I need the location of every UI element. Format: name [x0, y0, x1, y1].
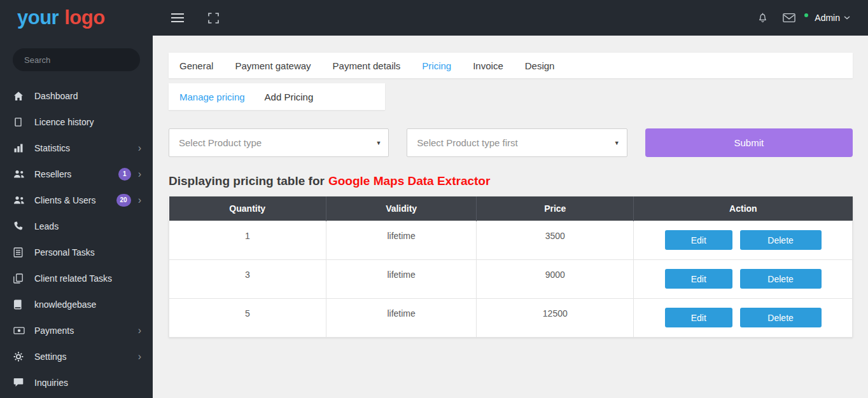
product-type-select[interactable]: Select Product type ▼ — [169, 128, 389, 157]
sidebar-item-settings[interactable]: Settings › — [0, 343, 153, 369]
action-cell: Edit Delete — [634, 298, 853, 337]
sidebar-item-licence-history[interactable]: Licence history — [0, 109, 153, 135]
chevron-right-icon: › — [138, 169, 141, 179]
bar-chart-icon — [13, 143, 26, 153]
table-header-row: Quantity Validity Price Action — [169, 196, 853, 221]
sidebar-item-label: Settings — [34, 352, 138, 362]
bell-icon[interactable] — [757, 12, 769, 24]
copy-icon — [13, 273, 26, 284]
users-icon — [13, 196, 26, 205]
product-name: Google Maps Data Extractor — [328, 174, 490, 188]
sidebar-item-label: Clients & Users — [34, 195, 116, 205]
topbar: Admin — [153, 0, 868, 36]
price-cell: 3500 — [477, 221, 634, 259]
table-row: 5 lifetime 12500 Edit Delete — [169, 298, 853, 337]
sidebar-item-label: Personal Tasks — [34, 247, 141, 257]
sidebar: your logo Dashboard Licence history — [0, 0, 153, 398]
heading-prefix: Displaying pricing table for — [169, 174, 325, 188]
column-header-quantity: Quantity — [169, 196, 326, 221]
price-cell: 9000 — [477, 259, 634, 298]
sidebar-menu: Dashboard Licence history Statistics › — [0, 83, 153, 398]
brand-word-your: your — [17, 6, 59, 29]
chat-icon — [13, 378, 26, 387]
count-badge: 1 — [118, 168, 131, 181]
chevron-down-icon[interactable] — [844, 16, 850, 20]
sidebar-item-inquiries[interactable]: Inquiries — [0, 369, 153, 395]
product-select[interactable]: Select Product type first ▼ — [407, 128, 627, 157]
edit-button[interactable]: Edit — [665, 230, 732, 250]
tab-payment-gateway[interactable]: Payment gateway — [224, 60, 321, 71]
sidebar-item-leads[interactable]: Leads — [0, 213, 153, 239]
brand-word-logo: logo — [64, 6, 104, 29]
envelope-icon[interactable] — [783, 13, 795, 23]
pricing-filter-row: Select Product type ▼ Select Product typ… — [169, 128, 853, 157]
delete-button[interactable]: Delete — [740, 269, 822, 289]
main-area: Admin General Payment gateway Payment de… — [153, 0, 868, 398]
sidebar-item-personal-tasks[interactable]: Personal Tasks — [0, 239, 153, 265]
quantity-cell: 1 — [169, 221, 326, 259]
sidebar-item-label: Inquiries — [34, 378, 141, 388]
settings-content: General Payment gateway Payment details … — [153, 36, 868, 338]
search-input[interactable] — [13, 48, 140, 71]
validity-cell: lifetime — [326, 221, 477, 259]
validity-cell: lifetime — [326, 259, 477, 298]
home-icon — [13, 91, 26, 101]
table-row: 1 lifetime 3500 Edit Delete — [169, 221, 853, 259]
action-cell: Edit Delete — [634, 221, 853, 259]
sidebar-item-clients-users[interactable]: Clients & Users 20 › — [0, 187, 153, 213]
quantity-cell: 3 — [169, 259, 326, 298]
sidebar-item-label: Leads — [34, 221, 141, 231]
tab-invoice[interactable]: Invoice — [462, 60, 514, 71]
admin-menu-label[interactable]: Admin — [815, 13, 840, 23]
brand-logo: your logo — [0, 0, 153, 36]
subtab-manage-pricing[interactable]: Manage pricing — [179, 92, 245, 102]
tab-pricing[interactable]: Pricing — [411, 60, 462, 71]
sidebar-item-label: knowledgebase — [34, 299, 141, 310]
book-icon — [13, 299, 26, 310]
sidebar-item-payments[interactable]: Payments › — [0, 317, 153, 343]
pricing-subtabs: Manage pricing Add Pricing — [169, 83, 385, 110]
list-icon — [13, 247, 26, 257]
sidebar-item-knowledgebase[interactable]: knowledgebase — [0, 291, 153, 317]
sidebar-item-resellers[interactable]: Resellers 1 › — [0, 161, 153, 187]
tab-design[interactable]: Design — [514, 60, 566, 71]
delete-button[interactable]: Delete — [740, 308, 822, 327]
app-window: your logo Dashboard Licence history — [0, 0, 868, 398]
edit-button[interactable]: Edit — [665, 269, 732, 289]
tab-payment-details[interactable]: Payment details — [322, 60, 412, 71]
edit-button[interactable]: Edit — [665, 308, 732, 327]
chevron-right-icon: › — [138, 352, 141, 362]
delete-button[interactable]: Delete — [740, 230, 822, 250]
submit-button[interactable]: Submit — [645, 128, 853, 157]
book-icon — [13, 117, 26, 127]
subtab-add-pricing[interactable]: Add Pricing — [265, 92, 314, 102]
sidebar-item-statistics[interactable]: Statistics › — [0, 135, 153, 161]
users-icon — [13, 170, 26, 179]
online-status-dot — [803, 12, 809, 18]
sidebar-item-client-tasks[interactable]: Client related Tasks — [0, 265, 153, 291]
column-header-price: Price — [477, 196, 634, 221]
column-header-validity: Validity — [326, 196, 477, 221]
select-arrow-icon: ▼ — [375, 140, 381, 146]
sidebar-search — [0, 36, 153, 71]
select-arrow-icon: ▼ — [614, 140, 620, 146]
sidebar-item-dashboard[interactable]: Dashboard — [0, 83, 153, 109]
chevron-right-icon: › — [138, 326, 141, 336]
sidebar-item-label: Resellers — [34, 169, 118, 179]
hamburger-menu-icon[interactable] — [171, 13, 185, 23]
sidebar-item-label: Payments — [34, 326, 138, 336]
column-header-action: Action — [634, 196, 853, 221]
product-type-select-value: Select Product type — [179, 137, 262, 148]
fullscreen-icon[interactable] — [208, 13, 219, 24]
count-badge: 20 — [116, 194, 131, 207]
sidebar-item-label: Licence history — [34, 117, 141, 127]
action-cell: Edit Delete — [634, 259, 853, 298]
pricing-table: Quantity Validity Price Action 1 lifetim… — [169, 196, 853, 338]
tab-general[interactable]: General — [169, 60, 224, 71]
topbar-right: Admin — [743, 12, 850, 24]
validity-cell: lifetime — [326, 298, 477, 337]
gear-icon — [13, 352, 26, 362]
product-select-value: Select Product type first — [417, 137, 517, 148]
phone-icon — [13, 221, 26, 231]
quantity-cell: 5 — [169, 298, 326, 337]
